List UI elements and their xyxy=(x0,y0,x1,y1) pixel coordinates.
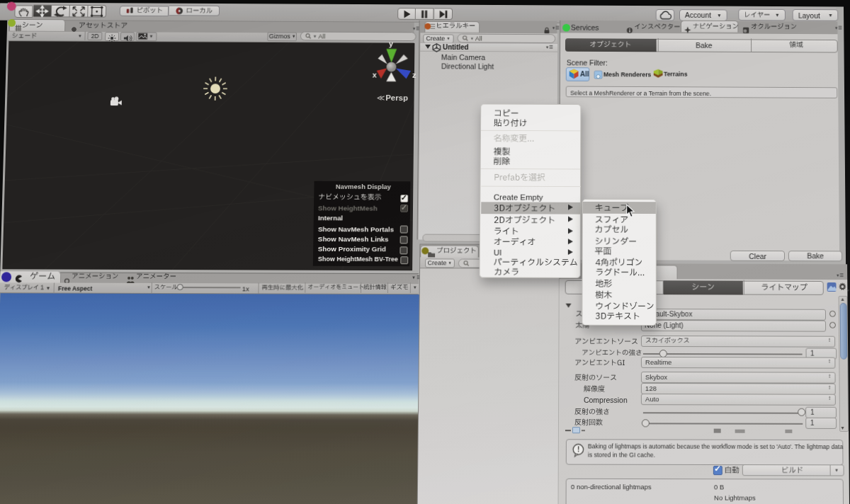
svg-text:!: ! xyxy=(577,445,580,453)
svg-text:z: z xyxy=(412,71,416,79)
svg-text:x: x xyxy=(372,71,376,79)
svg-text:y: y xyxy=(388,40,392,48)
